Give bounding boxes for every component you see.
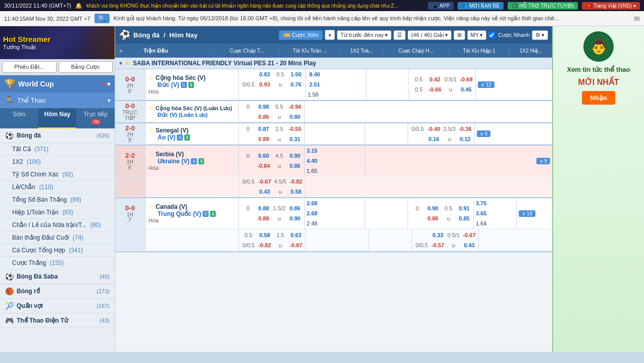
m4-h-r1-v4[interactable]: 0.90 [288,153,302,159]
sidebar-item-bong-da-saba[interactable]: ⚽ Bóng Đá Saba (45) [0,269,115,284]
match-5-star[interactable]: ☆ [148,203,154,210]
m5-hh-r1-v2[interactable]: 0.90 [426,205,440,211]
dollar-badge-3[interactable]: $ [184,134,190,141]
m3-hh-r2-v2[interactable]: 0.16 [427,136,441,142]
match-5-count-badge[interactable]: ∨ 19 [519,210,535,217]
m3-h-r1-v2[interactable]: 0.87 [257,126,271,132]
dollar-badge-5[interactable]: $ [210,211,216,217]
m4s-h-r1-v2[interactable]: -0.67 [258,178,272,185]
match-2-star[interactable]: ☆ [148,105,154,112]
match-4-team2[interactable]: Ukraine (V) [158,158,189,165]
m4s-h-r1-v4[interactable]: -0.82 [289,178,303,185]
m5s-hh-r2-v2[interactable]: -0.57 [431,242,445,248]
dollar-badge-4[interactable]: $ [199,158,204,164]
collapse-icon[interactable]: ▾ [119,60,122,67]
m4-h-r2-v2[interactable]: -0.84 [257,163,271,169]
match-2-team2[interactable]: Đức (V) (Luân Lưu) [158,112,208,118]
stats-badge-4[interactable]: S [191,158,197,164]
match-1-star[interactable]: ☆ [148,74,154,81]
match-2-team1[interactable]: Cộng hòa Séc (V) (Luân Lưu) [156,105,232,112]
tab-truc-tiep[interactable]: Trực tiếp 78 [76,108,115,128]
h1-r1-v4[interactable]: 1.00 [289,71,303,77]
m3-h-r1-v4[interactable]: -0.55 [288,126,302,132]
sort-button[interactable]: ☰ [393,30,406,40]
cuoc-xien-button[interactable]: 🎫 Cược Xiên [279,30,323,40]
support-button[interactable]: 🎧 HỖ TRỢ TRỰC TUYẾN [508,2,578,10]
display-mode-dropdown[interactable]: ⊞ [454,30,465,40]
m5-hh-r1-v4[interactable]: 0.91 [457,205,471,211]
m4-tx-r1-v1[interactable]: 3.15 [307,148,317,154]
m5-h-r1-v2[interactable]: 0.88 [257,205,271,211]
m3-hh-r1-v4[interactable]: -0.36 [458,126,472,132]
m2-h-r2-v4[interactable]: 0.80 [288,114,302,120]
match-3-count-badge[interactable]: ∨ 6 [477,130,490,137]
match-count-dropdown[interactable]: (46 / 46) Giải ▾ [408,30,451,40]
m3-hh-r1-v2[interactable]: -0.40 [427,126,441,132]
ad-btn[interactable]: Nhận [582,91,615,105]
match-1-count-badge[interactable]: ∨ 12 [478,81,494,88]
m5s-hh-r1-v2[interactable]: 0.33 [431,232,445,238]
m5-hh-r2-v4[interactable]: 0.85 [457,215,471,221]
sidebar-sub-tong-so[interactable]: Tổng Số Bàn Thắng (89) [0,194,115,206]
sidebar-sub-ban-thang[interactable]: Bàn thắng Đầu/ Cuối (74) [0,232,115,244]
m5-h-r2-v4[interactable]: 0.90 [288,215,302,221]
stats-badge-3[interactable]: S [177,134,183,141]
the-thao-section[interactable]: 🏃 Thể Thao ▾ [0,93,115,108]
m5-tx-r2-v1[interactable]: 2.68 [307,210,317,216]
dollar-badge-1[interactable]: $ [188,82,194,88]
tab-hom-nay[interactable]: Hôm Nay [38,108,77,128]
match-3-team1[interactable]: Senegal (V) [156,127,188,134]
sidebar-item-bong-ro[interactable]: 🏀 Bóng rổ (173) [0,284,115,299]
tx1-r2-v1[interactable]: 2.51 [308,81,322,87]
sidebar-sub-ca-cuoc[interactable]: Cá Cược Tổng Hợp (341) [0,244,115,257]
cuoc-nhanh-checkbox[interactable] [488,32,495,38]
close-icon[interactable]: ✉ [634,15,640,23]
lang-button[interactable]: 🇻🇳 Tiếng Việt (VND) ▾ [582,2,640,10]
sidebar-sub-cuoc-thang[interactable]: Cược Thắng (155) [0,257,115,269]
match-1-team1[interactable]: Cộng hòa Séc (V) [156,74,206,81]
match-3-team2[interactable]: Áo (V) [158,134,175,141]
tab-som[interactable]: Sớm [0,108,38,128]
sidebar-item-quan-vot[interactable]: 🎾 Quần vợt (187) [0,299,115,313]
sidebar-sub-ty-so[interactable]: Tỷ Số Chính Xác (92) [0,168,115,181]
m5s-h-r2-v2[interactable]: -0.82 [258,242,272,248]
m5-h-r2-v2[interactable]: 0.88 [257,215,271,221]
m2-h-r2-v2[interactable]: 0.86 [257,114,271,120]
sidebar-sub-1x2[interactable]: 1X2 (106) [0,156,115,168]
sidebar-sub-le-chan[interactable]: Lẻ/Chẵn (110) [0,181,115,194]
sidebar-sub-hiep1[interactable]: Hiệp 1/Toàn Trận (83) [0,206,115,219]
m5-h-r1-v4[interactable]: 0.86 [288,205,302,211]
extra-options[interactable]: ⚙ ▾ [532,30,548,40]
tx1-r1-v1[interactable]: 8.40 [308,71,322,77]
stats-badge-5[interactable]: S [203,211,209,217]
friends-button[interactable]: 👥 MỜI BẠN BÈ [458,2,504,10]
h1-r2-v2[interactable]: 0.93 [258,81,272,87]
sidebar-sub-chan-le[interactable]: Chẵn / Lẻ của Nữa trận/T... (80) [0,219,115,232]
match-4-star[interactable]: ☆ [148,151,154,158]
m5s-h-r1-v4[interactable]: 0.63 [289,232,303,238]
time-range-dropdown[interactable]: Từ trước đến nay ▾ [337,30,391,40]
m4s-h-r2-v4[interactable]: 0.58 [289,189,303,195]
my-dropdown[interactable]: MY ▾ [467,30,487,40]
sidebar-item-bong-da[interactable]: ⚽ Bóng đá (526) [0,128,115,143]
hh1-r2-v2[interactable]: -0.66 [428,86,442,93]
match-1-team2[interactable]: Đức (V) [158,81,179,88]
m4-tx-r2-v1[interactable]: 4.40 [307,158,317,164]
m5-1x2h-r1-v1[interactable]: 3.75 [476,200,486,206]
phieu-dat-button[interactable]: Phiếu Đặt... [2,61,57,73]
m5s-hh-r2-v4[interactable]: 0.43 [462,242,476,248]
match-5-team2[interactable]: Trung Quốc (V) [158,210,201,217]
plus-button[interactable]: + [325,30,335,40]
m3-h-r2-v4[interactable]: 0.31 [288,136,302,142]
bang-cuoc-button[interactable]: Bảng Cược [59,61,113,73]
hot-streamer-banner[interactable]: Hot Streamer Tướng Thuật [0,26,115,59]
m5-hh-r2-v2[interactable]: 0.86 [426,215,440,221]
hh1-r2-v4[interactable]: 0.45 [459,86,473,93]
search-icon[interactable]: 🔍 [94,14,110,23]
stats-badge-1[interactable]: S [181,82,187,88]
m4s-h-r2-v2[interactable]: 0.43 [258,189,272,195]
match-3-star[interactable]: ☆ [148,127,154,134]
cuoc-nhanh-checkbox-label[interactable]: Cược Nhanh [488,32,530,38]
m2-h-r1-v2[interactable]: 0.98 [257,104,271,110]
m5-tx-r1-v1[interactable]: 2.68 [307,200,317,206]
